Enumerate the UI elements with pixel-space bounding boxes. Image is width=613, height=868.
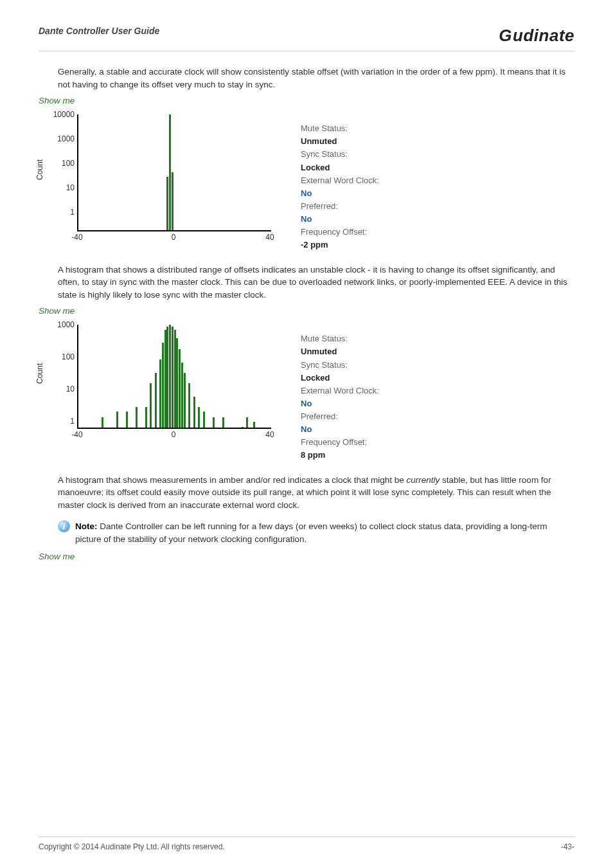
histogram-bar [126, 411, 128, 428]
header-title: Dante Controller User Guide [39, 26, 159, 36]
ytick: 100 [51, 352, 75, 361]
histogram-bar [145, 407, 147, 428]
ytick: 1 [51, 417, 75, 426]
histogram-bar [213, 417, 215, 428]
note-body: Dante Controller can be left running for… [75, 521, 547, 544]
page-header: Dante Controller User Guide Gudinate [39, 26, 574, 51]
info-icon: i [58, 520, 70, 532]
preferred-value: No [301, 213, 379, 226]
sync-status-value: Locked [301, 372, 379, 384]
chart-2: Count 1000 100 10 1 -40 0 40 [39, 320, 283, 448]
chart-2-block: Count 1000 100 10 1 -40 0 40 Mute Status… [39, 320, 574, 462]
copyright-text: Copyright © 2014 Audinate Pty Ltd. All r… [39, 842, 225, 851]
histogram-bar [181, 363, 183, 428]
ewc-value: No [301, 187, 379, 200]
note-block: i Note: Dante Controller can be left run… [58, 520, 574, 545]
histogram-bar [198, 407, 200, 428]
ewc-value: No [301, 397, 379, 410]
histogram-bar [176, 338, 178, 428]
mute-status-label: Mute Status: [301, 122, 379, 135]
p3-emph: currently [407, 475, 440, 485]
chart-2-plot [77, 325, 271, 429]
logo-text: udinate [513, 26, 574, 46]
show-me-link-2[interactable]: Show me [39, 306, 574, 316]
show-me-link-3[interactable]: Show me [39, 552, 574, 561]
paragraph-amber-red: A histogram that shows measurements in a… [58, 474, 574, 512]
mute-status-value: Unmuted [301, 345, 379, 358]
histogram-bar [246, 417, 248, 428]
note-text: Note: Dante Controller can be left runni… [75, 520, 574, 545]
histogram-bar [193, 397, 195, 428]
xtick: 0 [172, 233, 176, 242]
ytick: 10000 [51, 110, 75, 119]
ewc-label: External Word Clock: [301, 384, 379, 397]
freq-offset-value: 8 ppm [301, 449, 379, 462]
xtick: 40 [265, 430, 274, 439]
histogram-bar [150, 383, 152, 428]
histogram-bar [172, 172, 173, 230]
histogram-bar [162, 343, 164, 428]
ytick: 10 [51, 183, 75, 192]
xtick: 0 [172, 430, 176, 439]
preferred-label: Preferred: [301, 410, 379, 423]
show-me-link-1[interactable]: Show me [39, 96, 574, 105]
ytick: 10 [51, 384, 75, 393]
logo-mark-icon: G [499, 26, 512, 46]
paragraph-stable-clock: Generally, a stable and accurate clock w… [58, 66, 574, 91]
sync-status-value: Locked [301, 161, 379, 174]
ewc-label: External Word Clock: [301, 174, 379, 187]
histogram-bar [253, 422, 255, 428]
mute-status-value: Unmuted [301, 135, 379, 148]
histogram-bar [203, 411, 205, 428]
paragraph-unstable-clock: A histogram that shows a distributed ran… [58, 264, 574, 302]
ytick: 1000 [51, 320, 75, 329]
p3-part-a: A histogram that shows measurements in a… [58, 475, 407, 485]
preferred-label: Preferred: [301, 200, 379, 213]
freq-offset-label: Frequency Offset: [301, 436, 379, 449]
histogram-bar [222, 417, 224, 428]
histogram-bar [102, 417, 103, 428]
ytick: 1 [51, 208, 75, 217]
chart-1-plot [77, 114, 271, 231]
mute-status-label: Mute Status: [301, 332, 379, 345]
histogram-bar [159, 359, 161, 428]
brand-logo: Gudinate [499, 26, 574, 46]
histogram-bar [242, 427, 244, 428]
xtick: -40 [71, 430, 82, 439]
chart-2-ylabel: Count [35, 363, 44, 384]
xtick: -40 [71, 233, 82, 242]
ytick: 100 [51, 159, 75, 168]
note-lead: Note: [75, 521, 98, 531]
histogram-bar [169, 325, 171, 428]
histogram-bar [169, 114, 171, 230]
freq-offset-label: Frequency Offset: [301, 226, 379, 239]
histogram-bar [184, 373, 186, 428]
xtick: 40 [265, 233, 274, 242]
histogram-bar [136, 407, 138, 428]
ytick: 1000 [51, 134, 75, 143]
sync-status-label: Sync Status: [301, 148, 379, 161]
histogram-bar [155, 373, 157, 428]
chart-2-status: Mute Status: Unmuted Sync Status: Locked… [301, 332, 379, 462]
page-footer: Copyright © 2014 Audinate Pty Ltd. All r… [39, 836, 574, 851]
histogram-bar [166, 327, 168, 428]
page-number: -43- [561, 842, 574, 851]
preferred-value: No [301, 423, 379, 436]
histogram-bar [172, 327, 173, 428]
freq-offset-value: -2 ppm [301, 239, 379, 251]
chart-1-block: Count 10000 1000 100 10 1 -40 0 40 Mute … [39, 109, 574, 251]
histogram-bar [116, 411, 118, 428]
histogram-bar [174, 330, 176, 428]
histogram-bar [164, 330, 166, 428]
histogram-bar [166, 177, 168, 230]
histogram-bar [188, 383, 190, 428]
chart-1-ylabel: Count [35, 159, 44, 180]
chart-1: Count 10000 1000 100 10 1 -40 0 40 [39, 109, 283, 251]
histogram-bar [179, 349, 181, 428]
sync-status-label: Sync Status: [301, 359, 379, 372]
chart-1-status: Mute Status: Unmuted Sync Status: Locked… [301, 122, 379, 251]
